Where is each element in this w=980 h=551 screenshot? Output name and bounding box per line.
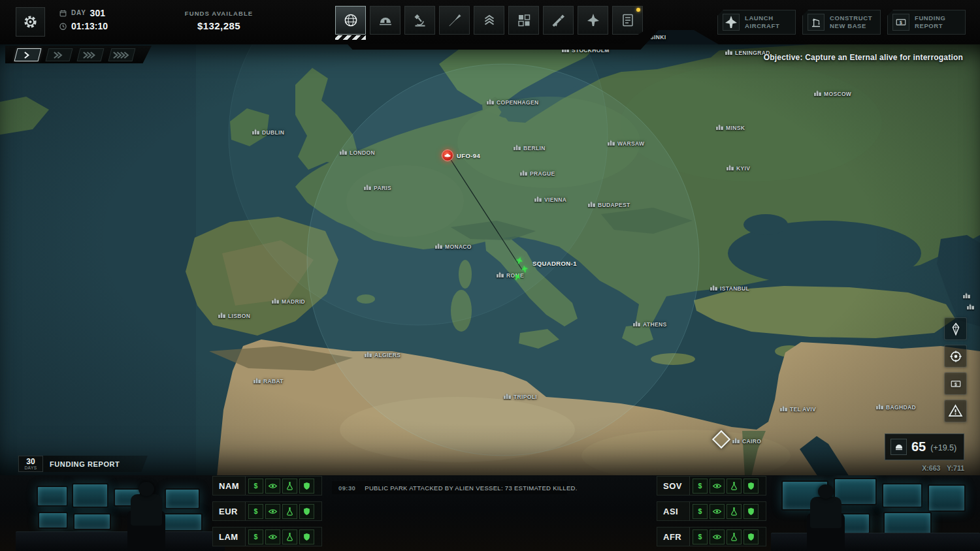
relations-icon[interactable]: [299, 479, 314, 494]
relations-icon[interactable]: [743, 479, 759, 494]
region-row-nam[interactable]: NAM$: [212, 476, 322, 496]
city-marker-algiers[interactable]: ALGIERS: [365, 351, 400, 358]
relations-icon[interactable]: [299, 529, 314, 544]
funds-icon[interactable]: $: [248, 504, 263, 519]
science-icon[interactable]: [282, 479, 297, 494]
relations-icon[interactable]: [299, 504, 314, 519]
toolbar-geoscape-button[interactable]: [335, 6, 366, 35]
news-ticker: 09:30 PUBLIC PARK ATTACKED BY ALIEN VESS…: [332, 481, 567, 494]
city-marker-lisbon[interactable]: LISBON: [218, 312, 250, 319]
cash-icon[interactable]: $: [944, 372, 967, 395]
city-label: RABAT: [263, 378, 284, 385]
city-marker-vienna[interactable]: VIENNA: [534, 196, 566, 203]
region-row-asi[interactable]: ASI$: [657, 501, 766, 521]
region-row-sov[interactable]: SOV$: [657, 476, 766, 496]
ufo-marker[interactable]: UFO-94: [442, 150, 480, 161]
region-row-afr[interactable]: AFR$: [657, 527, 766, 546]
city-marker-istanbul[interactable]: ISTANBUL: [710, 285, 749, 292]
city-label: VIENNA: [544, 197, 566, 203]
intel-icon[interactable]: [265, 529, 280, 544]
crystal-icon[interactable]: [944, 317, 967, 340]
city-marker-warsaw[interactable]: WARSAW: [608, 140, 644, 147]
toolbar-stores-button[interactable]: [508, 6, 539, 35]
speed-4x-button[interactable]: [108, 48, 136, 61]
intel-icon[interactable]: [265, 504, 280, 519]
city-marker-athens[interactable]: ATHENS: [633, 321, 666, 328]
toolbar-engineering-button[interactable]: [439, 6, 470, 35]
city-marker-baghdad[interactable]: BAGHDAD: [876, 403, 916, 411]
squadron-marker[interactable]: SQUADRON-1: [510, 256, 542, 285]
speed-3x-button[interactable]: [77, 48, 105, 61]
city-marker-kyiv[interactable]: KYIV: [727, 165, 750, 172]
region-code: EUR: [213, 502, 246, 520]
action-label-line1: CONSTRUCT: [830, 14, 872, 22]
toolbar-bases-button[interactable]: [370, 6, 400, 35]
coord-x: X:663: [922, 464, 940, 472]
city-marker-cairo[interactable]: CAIRO: [732, 437, 761, 445]
operator-head: [818, 484, 834, 499]
region-stats: $: [246, 479, 317, 494]
city-marker-prague[interactable]: PRAGUE: [520, 170, 555, 177]
city-marker-moscow[interactable]: MOSCOW: [814, 90, 851, 97]
toolbar-aircraft-button[interactable]: [578, 6, 608, 35]
city-marker-copenhagen[interactable]: COPENHAGEN: [487, 99, 538, 106]
toolbar-personnel-button[interactable]: [474, 6, 504, 35]
funds-value: $132,285: [167, 20, 271, 31]
action-construct-new-base-button[interactable]: CONSTRUCTNEW BASE: [802, 10, 881, 35]
science-icon[interactable]: [282, 529, 297, 544]
toolbar-reports-button[interactable]: [612, 6, 643, 35]
geoscape-screen: STOCKHOLMHELSINKILENINGRADCOPENHAGENMOSC…: [0, 0, 980, 551]
funds-icon[interactable]: $: [693, 479, 708, 494]
city-marker-berlin[interactable]: BERLIN: [514, 144, 546, 151]
city-marker-minsk[interactable]: MINSK: [716, 124, 745, 131]
relations-icon[interactable]: [743, 529, 759, 544]
city-label: TRIPOLI: [514, 394, 537, 400]
city-marker-budapest[interactable]: BUDAPEST: [588, 201, 630, 208]
base-icon: [218, 312, 225, 318]
warning-icon[interactable]: [944, 400, 967, 422]
recon-icon[interactable]: [944, 345, 967, 368]
funds-icon[interactable]: $: [693, 529, 708, 544]
city-marker-london[interactable]: LONDON: [340, 149, 375, 156]
region-row-lam[interactable]: LAM$: [212, 527, 322, 546]
relations-icon[interactable]: [743, 504, 759, 519]
science-icon[interactable]: [727, 504, 742, 519]
city-marker-paris[interactable]: PARIS: [364, 184, 391, 191]
region-panel-left: NAM$EUR$LAM$: [212, 476, 322, 551]
science-icon[interactable]: [282, 504, 297, 519]
toolbar-armory-button[interactable]: [543, 6, 574, 35]
region-row-eur[interactable]: EUR$: [212, 501, 322, 521]
funds-icon[interactable]: $: [248, 479, 263, 494]
city-marker-tripoli[interactable]: TRIPOLI: [504, 393, 537, 400]
action-launch-aircraft-button[interactable]: LAUNCHAIRCRAFT: [717, 10, 796, 35]
settings-button[interactable]: [16, 7, 45, 37]
base-icon: [780, 405, 787, 411]
city-marker-tel-aviv[interactable]: TEL AVIV: [780, 405, 816, 413]
countdown-unit: DAYS: [24, 466, 37, 471]
toolbar-research-button[interactable]: [404, 6, 435, 35]
intel-icon[interactable]: [710, 504, 725, 519]
city-marker-dublin[interactable]: DUBLIN: [252, 129, 284, 136]
intel-icon[interactable]: [265, 479, 280, 494]
science-icon[interactable]: [727, 529, 742, 544]
city-label: KYIV: [736, 165, 750, 172]
funds-icon[interactable]: $: [693, 504, 708, 519]
intel-icon[interactable]: [710, 479, 725, 494]
base-icon: [514, 144, 521, 150]
city-marker-edge[interactable]: [963, 292, 973, 298]
speed-1x-button[interactable]: [14, 48, 42, 61]
city-marker-edge[interactable]: [967, 304, 977, 309]
bases-icon: [378, 12, 393, 28]
science-icon[interactable]: [727, 479, 742, 494]
city-marker-rabat[interactable]: RABAT: [253, 377, 284, 385]
region-stats: $: [690, 529, 761, 544]
personnel-icon: [482, 12, 497, 28]
speed-2x-button[interactable]: [46, 48, 73, 61]
city-marker-madrid[interactable]: MADRID: [272, 298, 305, 305]
action-funding-report-button[interactable]: $FUNDINGREPORT: [887, 10, 966, 35]
city-marker-monaco[interactable]: MONACO: [435, 243, 472, 250]
funds-icon[interactable]: $: [248, 529, 263, 544]
notification-dot: [636, 8, 640, 12]
intel-icon[interactable]: [710, 529, 725, 544]
funding-countdown[interactable]: 30 DAYS FUNDING REPORT: [18, 456, 148, 472]
